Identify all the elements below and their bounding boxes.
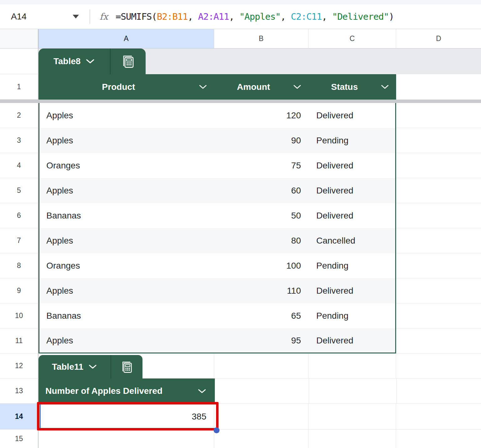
cell-amount[interactable]: 90: [214, 128, 308, 153]
cell-product[interactable]: Bananas: [39, 203, 214, 228]
cell-amount[interactable]: 60: [214, 178, 308, 203]
cell-d12[interactable]: [396, 353, 481, 378]
row-header-6[interactable]: 6: [0, 203, 39, 228]
header-cell-amount[interactable]: Amount: [214, 74, 308, 100]
row-header-3[interactable]: 3: [0, 128, 39, 153]
cell-amount[interactable]: 50: [214, 203, 308, 228]
formula-input[interactable]: =SUMIFS(B2:B11, A2:A11, "Apples", C2:C11…: [116, 11, 394, 22]
row-number: 12: [15, 362, 23, 370]
row-header-4[interactable]: 4: [0, 153, 39, 178]
column-header-d[interactable]: D: [396, 29, 481, 48]
cell-amount[interactable]: 95: [214, 328, 308, 353]
row-header-9[interactable]: 9: [0, 278, 39, 303]
cell-b15[interactable]: [214, 430, 308, 448]
row-header-13[interactable]: 13: [0, 378, 39, 404]
row-header-1[interactable]: 1: [0, 74, 39, 100]
cell-product[interactable]: Bananas: [39, 303, 214, 328]
table11-chip-menu[interactable]: Table11: [39, 355, 111, 378]
cell-status[interactable]: Delivered: [308, 153, 395, 178]
row-header-14[interactable]: 14: [0, 404, 39, 430]
cell-empty[interactable]: [396, 128, 481, 153]
row-header-11[interactable]: 11: [0, 328, 39, 353]
cell-product[interactable]: Apples: [39, 228, 214, 253]
cell-product[interactable]: Apples: [39, 178, 214, 203]
cell-b14[interactable]: [214, 404, 308, 430]
cell-d15[interactable]: [396, 430, 481, 448]
cell-d14[interactable]: [396, 404, 481, 430]
cell-amount[interactable]: 80: [214, 228, 308, 253]
cell-status[interactable]: Pending: [308, 253, 395, 278]
cell-empty[interactable]: [396, 203, 481, 228]
cell-status[interactable]: Delivered: [308, 178, 395, 203]
cell-product[interactable]: Oranges: [39, 253, 214, 278]
cell-product[interactable]: Apples: [39, 128, 214, 153]
cell-empty[interactable]: [396, 328, 481, 353]
cell-product[interactable]: Apples: [39, 278, 214, 303]
name-box[interactable]: A14: [0, 12, 79, 22]
cell-amount[interactable]: 75: [214, 153, 308, 178]
freeze-row-divider[interactable]: [0, 100, 481, 103]
cell-d1[interactable]: [396, 74, 481, 100]
cell-empty[interactable]: [396, 153, 481, 178]
column-dropdown-icon[interactable]: [199, 85, 207, 90]
cell-empty[interactable]: [396, 178, 481, 203]
cell-d13[interactable]: [397, 378, 481, 404]
cell-product[interactable]: Apples: [39, 328, 214, 353]
column-header-c[interactable]: C: [308, 29, 396, 48]
cell-status[interactable]: Delivered: [308, 203, 395, 228]
column-dropdown-icon[interactable]: [293, 85, 302, 90]
cell-c12[interactable]: [308, 353, 396, 378]
cell-empty[interactable]: [396, 228, 481, 253]
cell-product[interactable]: Apples: [39, 103, 214, 128]
cell-b13[interactable]: [215, 378, 309, 404]
row-header-15[interactable]: 15: [0, 430, 39, 448]
column-dropdown-icon[interactable]: [197, 389, 207, 394]
cell-empty[interactable]: [396, 303, 481, 328]
table8-row: Apples95Delivered: [39, 328, 396, 353]
cell-amount[interactable]: 100: [214, 253, 308, 278]
table8-chip-menu[interactable]: Table8: [39, 49, 111, 74]
cell-product[interactable]: Oranges: [39, 153, 214, 178]
cell-amount[interactable]: 65: [214, 303, 308, 328]
cell-a14-result[interactable]: 385: [39, 404, 214, 430]
fill-handle[interactable]: [214, 427, 220, 433]
cell-amount[interactable]: 110: [214, 278, 308, 303]
cell-c14[interactable]: [308, 404, 396, 430]
table11-header-cell[interactable]: Number of Apples Delivered: [39, 378, 215, 404]
column-letter: A: [124, 34, 128, 43]
cell-status[interactable]: Delivered: [308, 278, 395, 303]
column-header-a[interactable]: A: [39, 29, 214, 48]
column-header-b[interactable]: B: [214, 29, 308, 48]
row-header-10[interactable]: 10: [0, 303, 39, 328]
cell-status[interactable]: Pending: [308, 303, 395, 328]
header-cell-status[interactable]: Status: [308, 74, 396, 100]
column-dropdown-icon[interactable]: [380, 85, 389, 90]
row-header-8[interactable]: 8: [0, 253, 39, 278]
formula-token: A2:A11: [198, 11, 229, 22]
cell-empty[interactable]: [396, 278, 481, 303]
sheet-row: 8Oranges100Pending: [0, 253, 481, 278]
cell-amount[interactable]: 120: [214, 103, 308, 128]
cell-b12[interactable]: [214, 353, 308, 378]
cell-status[interactable]: Delivered: [308, 103, 395, 128]
row-header-12[interactable]: 12: [0, 353, 39, 378]
table8-row: Apples80Cancelled: [39, 228, 396, 253]
table8-row: Bananas65Pending: [39, 303, 396, 328]
name-box-dropdown-icon[interactable]: [73, 15, 79, 18]
table11-range-button[interactable]: [111, 355, 142, 378]
table8-range-button[interactable]: [111, 49, 145, 74]
select-all-corner[interactable]: [0, 29, 39, 48]
cell-status[interactable]: Cancelled: [308, 228, 395, 253]
cell-status[interactable]: Delivered: [308, 328, 395, 353]
cell-empty[interactable]: [396, 103, 481, 128]
header-cell-product[interactable]: Product: [39, 74, 214, 100]
cell-c13[interactable]: [309, 378, 397, 404]
cell-status[interactable]: Pending: [308, 128, 395, 153]
cell-empty[interactable]: [396, 253, 481, 278]
row-header-2[interactable]: 2: [0, 103, 39, 128]
row-header-5[interactable]: 5: [0, 178, 39, 203]
row-header-7[interactable]: 7: [0, 228, 39, 253]
formula-token: "Apples": [239, 11, 281, 22]
cell-c15[interactable]: [308, 430, 396, 448]
cell-a15[interactable]: [39, 430, 214, 448]
